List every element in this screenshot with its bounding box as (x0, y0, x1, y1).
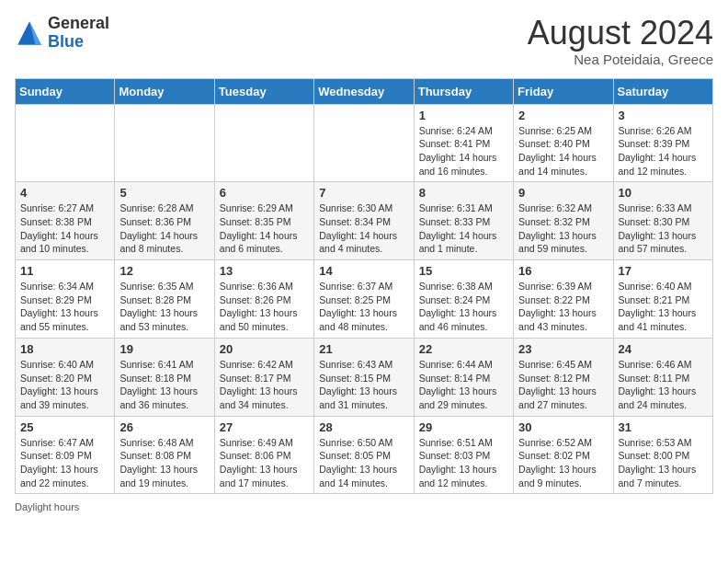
day-number: 19 (119, 342, 209, 356)
day-info: Sunrise: 6:45 AMSunset: 8:12 PMDaylight:… (518, 358, 608, 412)
calendar-cell: 6Sunrise: 6:29 AMSunset: 8:35 PMDaylight… (214, 182, 313, 260)
day-number: 15 (419, 264, 508, 278)
calendar-cell: 27Sunrise: 6:49 AMSunset: 8:06 PMDayligh… (214, 416, 313, 494)
day-info: Sunrise: 6:32 AMSunset: 8:32 PMDaylight:… (518, 201, 608, 256)
location: Nea Poteidaia, Greece (528, 52, 713, 67)
day-number: 5 (119, 186, 209, 200)
calendar-cell: 3Sunrise: 6:26 AMSunset: 8:39 PMDaylight… (613, 104, 712, 182)
calendar-cell: 7Sunrise: 6:30 AMSunset: 8:34 PMDaylight… (314, 182, 414, 260)
calendar-cell: 8Sunrise: 6:31 AMSunset: 8:33 PMDaylight… (414, 182, 513, 260)
calendar-cell (115, 104, 214, 182)
day-number: 25 (20, 420, 109, 434)
calendar-cell: 13Sunrise: 6:36 AMSunset: 8:26 PMDayligh… (214, 260, 313, 339)
day-info: Sunrise: 6:31 AMSunset: 8:33 PMDaylight:… (419, 201, 508, 256)
day-info: Sunrise: 6:39 AMSunset: 8:22 PMDaylight:… (518, 280, 608, 334)
day-number: 23 (518, 342, 608, 356)
calendar-week-2: 4Sunrise: 6:27 AMSunset: 8:38 PMDaylight… (16, 182, 713, 260)
calendar-week-3: 11Sunrise: 6:34 AMSunset: 8:29 PMDayligh… (16, 260, 713, 339)
day-info: Sunrise: 6:46 AMSunset: 8:11 PMDaylight:… (619, 358, 708, 412)
logo-blue: Blue (48, 32, 84, 51)
calendar-cell: 9Sunrise: 6:32 AMSunset: 8:32 PMDaylight… (514, 182, 613, 260)
day-info: Sunrise: 6:40 AMSunset: 8:20 PMDaylight:… (20, 358, 109, 412)
day-number: 18 (20, 342, 109, 356)
day-info: Sunrise: 6:41 AMSunset: 8:18 PMDaylight:… (119, 358, 209, 412)
day-header-saturday: Saturday (613, 78, 712, 104)
day-info: Sunrise: 6:44 AMSunset: 8:14 PMDaylight:… (419, 358, 508, 412)
day-header-wednesday: Wednesday (314, 78, 414, 104)
day-header-thursday: Thursday (414, 78, 513, 104)
day-header-sunday: Sunday (16, 78, 115, 104)
day-info: Sunrise: 6:35 AMSunset: 8:28 PMDaylight:… (119, 280, 209, 334)
calendar-cell: 14Sunrise: 6:37 AMSunset: 8:25 PMDayligh… (314, 260, 414, 339)
day-number: 29 (419, 420, 508, 434)
calendar-cell: 10Sunrise: 6:33 AMSunset: 8:30 PMDayligh… (613, 182, 712, 260)
day-number: 22 (419, 342, 508, 356)
calendar-cell: 16Sunrise: 6:39 AMSunset: 8:22 PMDayligh… (514, 260, 613, 339)
page-header: General Blue August 2024 Nea Poteidaia, … (15, 15, 713, 67)
calendar-cell (214, 104, 313, 182)
day-info: Sunrise: 6:38 AMSunset: 8:24 PMDaylight:… (419, 280, 508, 334)
day-number: 28 (319, 420, 408, 434)
calendar-week-1: 1Sunrise: 6:24 AMSunset: 8:41 PMDaylight… (16, 104, 713, 182)
logo-general: General (48, 14, 109, 32)
day-info: Sunrise: 6:30 AMSunset: 8:34 PMDaylight:… (319, 201, 408, 256)
calendar-cell: 11Sunrise: 6:34 AMSunset: 8:29 PMDayligh… (16, 260, 115, 339)
month-year: August 2024 (528, 15, 713, 52)
day-info: Sunrise: 6:29 AMSunset: 8:35 PMDaylight:… (220, 201, 309, 256)
day-number: 9 (518, 186, 608, 200)
day-number: 4 (20, 186, 109, 200)
day-number: 26 (119, 420, 209, 434)
calendar-cell: 5Sunrise: 6:28 AMSunset: 8:36 PMDaylight… (115, 182, 214, 260)
calendar-cell: 12Sunrise: 6:35 AMSunset: 8:28 PMDayligh… (115, 260, 214, 339)
day-info: Sunrise: 6:25 AMSunset: 8:40 PMDaylight:… (518, 124, 608, 178)
day-number: 1 (419, 109, 508, 122)
calendar-cell: 18Sunrise: 6:40 AMSunset: 8:20 PMDayligh… (16, 338, 115, 416)
calendar-cell: 21Sunrise: 6:43 AMSunset: 8:15 PMDayligh… (314, 338, 414, 416)
logo-text: General Blue (48, 15, 109, 52)
day-info: Sunrise: 6:36 AMSunset: 8:26 PMDaylight:… (220, 280, 309, 334)
day-number: 10 (619, 186, 708, 200)
calendar-cell: 26Sunrise: 6:48 AMSunset: 8:08 PMDayligh… (115, 416, 214, 494)
day-number: 16 (518, 264, 608, 278)
day-info: Sunrise: 6:52 AMSunset: 8:02 PMDaylight:… (518, 436, 608, 490)
day-number: 21 (319, 342, 408, 356)
title-block: August 2024 Nea Poteidaia, Greece (528, 15, 713, 67)
calendar-cell: 20Sunrise: 6:42 AMSunset: 8:17 PMDayligh… (214, 338, 313, 416)
day-info: Sunrise: 6:43 AMSunset: 8:15 PMDaylight:… (319, 358, 408, 412)
day-header-tuesday: Tuesday (214, 78, 313, 104)
calendar-cell: 17Sunrise: 6:40 AMSunset: 8:21 PMDayligh… (613, 260, 712, 339)
logo-icon (15, 18, 44, 48)
logo: General Blue (15, 15, 109, 52)
calendar-cell: 31Sunrise: 6:53 AMSunset: 8:00 PMDayligh… (613, 416, 712, 494)
day-number: 14 (319, 264, 408, 278)
calendar-cell: 15Sunrise: 6:38 AMSunset: 8:24 PMDayligh… (414, 260, 513, 339)
day-number: 11 (20, 264, 109, 278)
day-info: Sunrise: 6:51 AMSunset: 8:03 PMDaylight:… (419, 436, 508, 490)
day-info: Sunrise: 6:24 AMSunset: 8:41 PMDaylight:… (419, 124, 508, 178)
calendar-cell: 4Sunrise: 6:27 AMSunset: 8:38 PMDaylight… (16, 182, 115, 260)
day-number: 30 (518, 420, 608, 434)
day-info: Sunrise: 6:34 AMSunset: 8:29 PMDaylight:… (20, 280, 109, 334)
day-info: Sunrise: 6:48 AMSunset: 8:08 PMDaylight:… (119, 436, 209, 490)
calendar-cell: 19Sunrise: 6:41 AMSunset: 8:18 PMDayligh… (115, 338, 214, 416)
day-number: 27 (220, 420, 309, 434)
day-info: Sunrise: 6:50 AMSunset: 8:05 PMDaylight:… (319, 436, 408, 490)
calendar-week-5: 25Sunrise: 6:47 AMSunset: 8:09 PMDayligh… (16, 416, 713, 494)
calendar-cell: 28Sunrise: 6:50 AMSunset: 8:05 PMDayligh… (314, 416, 414, 494)
day-info: Sunrise: 6:33 AMSunset: 8:30 PMDaylight:… (619, 201, 708, 256)
calendar-cell: 22Sunrise: 6:44 AMSunset: 8:14 PMDayligh… (414, 338, 513, 416)
day-number: 6 (220, 186, 309, 200)
day-info: Sunrise: 6:53 AMSunset: 8:00 PMDaylight:… (619, 436, 708, 490)
day-number: 13 (220, 264, 309, 278)
day-number: 17 (619, 264, 708, 278)
day-number: 20 (220, 342, 309, 356)
calendar-footer: Daylight hours (15, 501, 713, 512)
calendar-header-row: SundayMondayTuesdayWednesdayThursdayFrid… (16, 78, 713, 104)
calendar-week-4: 18Sunrise: 6:40 AMSunset: 8:20 PMDayligh… (16, 338, 713, 416)
day-header-monday: Monday (115, 78, 214, 104)
day-info: Sunrise: 6:27 AMSunset: 8:38 PMDaylight:… (20, 201, 109, 256)
day-number: 2 (518, 109, 608, 122)
day-info: Sunrise: 6:37 AMSunset: 8:25 PMDaylight:… (319, 280, 408, 334)
day-number: 3 (619, 109, 708, 122)
calendar-cell: 1Sunrise: 6:24 AMSunset: 8:41 PMDaylight… (414, 104, 513, 182)
